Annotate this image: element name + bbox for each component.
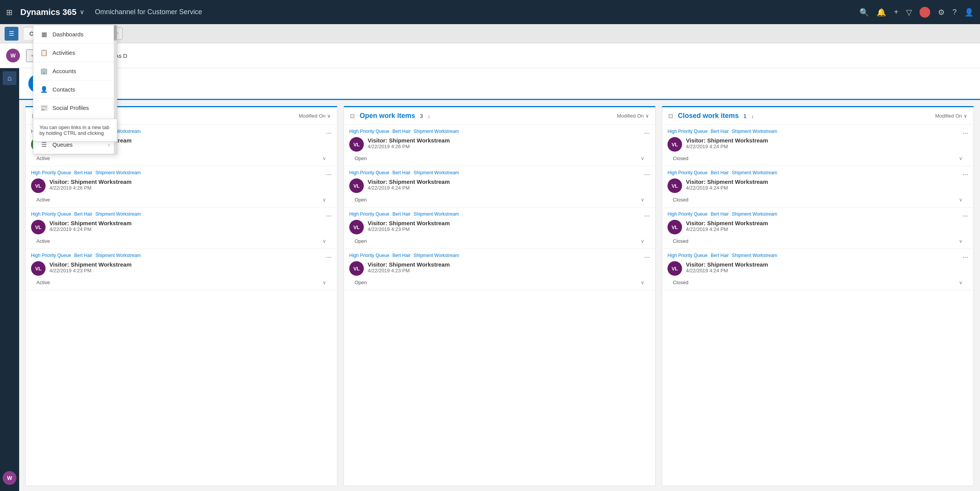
work-item-queue-tag[interactable]: High Priority Queue [668, 211, 708, 217]
work-item-card[interactable]: High Priority Queue Bert Hair Shipment W… [26, 208, 337, 249]
work-item-card[interactable]: High Priority Queue Bert Hair Shipment W… [662, 166, 973, 208]
work-item-card[interactable]: High Priority Queue Bert Hair Shipment W… [662, 249, 973, 290]
work-item-menu-icon[interactable]: ··· [962, 212, 968, 220]
work-item-menu-icon[interactable]: ··· [644, 253, 650, 261]
closed-work-items-count: 1 [743, 113, 746, 119]
expand-icon[interactable]: ∨ [959, 280, 963, 285]
work-item-agent-tag[interactable]: Bert Hair [393, 253, 411, 258]
hamburger-menu-icon[interactable]: ☰ [5, 27, 18, 41]
work-item-menu-icon[interactable]: ··· [326, 170, 332, 178]
work-item-stream-tag[interactable]: Shipment Workstream [95, 211, 141, 217]
work-item-queue-tag[interactable]: High Priority Queue [31, 211, 71, 217]
expand-icon[interactable]: ∨ [641, 280, 645, 285]
work-item-menu-icon[interactable]: ··· [644, 129, 650, 137]
dropdown-item-activities[interactable]: 📋 Activities [33, 44, 117, 62]
work-item-agent-tag[interactable]: Bert Hair [393, 129, 411, 134]
work-item-stream-tag[interactable]: Shipment Workstream [732, 253, 777, 258]
work-item-stream-tag[interactable]: Shipment Workstream [414, 253, 459, 258]
add-icon[interactable]: + [894, 8, 898, 16]
work-item-card[interactable]: High Priority Queue Bert Hair Shipment W… [662, 208, 973, 249]
scrollbar-thumb [114, 25, 117, 41]
expand-icon[interactable]: ∨ [641, 238, 645, 244]
app-title-chevron-icon[interactable]: ∨ [80, 8, 84, 16]
sidebar-item-home[interactable]: ⌂ [3, 71, 16, 85]
work-item-menu-icon[interactable]: ··· [644, 170, 650, 178]
work-item-tags: High Priority Queue Bert Hair Shipment W… [668, 211, 777, 217]
work-item-menu-icon[interactable]: ··· [962, 129, 968, 137]
work-item-card[interactable]: High Priority Queue Bert Hair Shipment W… [344, 125, 655, 166]
profile-icon[interactable]: 👤 [964, 8, 974, 17]
closed-work-items-sort[interactable]: Modified On ∨ [935, 113, 967, 119]
expand-icon[interactable]: ∨ [959, 197, 963, 203]
work-item-card[interactable]: High Priority Queue Bert Hair Shipment W… [26, 249, 337, 290]
closed-work-items-title: Closed work items [678, 112, 739, 120]
work-item-name: Visitor: Shipment Workstream [686, 178, 968, 185]
work-item-menu-icon[interactable]: ··· [326, 253, 332, 261]
work-item-queue-tag[interactable]: High Priority Queue [349, 129, 389, 134]
open-work-items-header: ⊡ Open work items 3 ↓ Modified On ∨ [344, 107, 655, 125]
expand-icon[interactable]: ∨ [959, 155, 963, 161]
work-item-queue-tag[interactable]: High Priority Queue [31, 170, 71, 175]
expand-icon[interactable]: ∨ [959, 238, 963, 244]
open-work-items-title: Open work items [360, 112, 415, 120]
work-item-row: VL Visitor: Shipment Workstream 4/22/201… [31, 261, 332, 276]
expand-icon[interactable]: ∨ [322, 155, 326, 161]
user-avatar[interactable]: W [6, 49, 20, 62]
work-item-menu-icon[interactable]: ··· [962, 170, 968, 178]
open-work-items-sort[interactable]: Modified On ∨ [617, 113, 649, 119]
notification-icon[interactable]: 🔔 [877, 8, 886, 17]
work-item-agent-tag[interactable]: Bert Hair [393, 211, 411, 217]
work-item-queue-tag[interactable]: High Priority Queue [349, 253, 389, 258]
work-item-card[interactable]: High Priority Queue Bert Hair Shipment W… [662, 125, 973, 166]
dropdown-item-accounts[interactable]: 🏢 Accounts [33, 62, 117, 80]
expand-icon[interactable]: ∨ [641, 155, 645, 161]
work-item-stream-tag[interactable]: Shipment Workstream [95, 253, 141, 258]
work-item-card[interactable]: High Priority Queue Bert Hair Shipment W… [344, 166, 655, 208]
work-item-stream-tag[interactable]: Shipment Workstream [414, 170, 459, 175]
work-item-agent-tag[interactable]: Bert Hair [393, 170, 411, 175]
work-item-queue-tag[interactable]: High Priority Queue [668, 170, 708, 175]
dashboards-icon: ▦ [40, 31, 48, 38]
work-item-menu-icon[interactable]: ··· [326, 129, 332, 137]
work-item-stream-tag[interactable]: Shipment Workstream [732, 129, 777, 134]
search-icon[interactable]: 🔍 [859, 8, 869, 17]
work-item-stream-tag[interactable]: Shipment Workstream [95, 170, 141, 175]
work-item-queue-tag[interactable]: High Priority Queue [349, 170, 389, 175]
dropdown-item-dashboards[interactable]: ▦ Dashboards [33, 25, 117, 44]
work-item-agent-tag[interactable]: Bert Hair [74, 211, 92, 217]
work-item-status: Active ∨ [31, 236, 332, 245]
work-item-menu-icon[interactable]: ··· [962, 253, 968, 261]
work-item-agent-tag[interactable]: Bert Hair [74, 253, 92, 258]
work-item-stream-tag[interactable]: Shipment Workstream [414, 211, 459, 217]
work-item-queue-tag[interactable]: High Priority Queue [349, 211, 389, 217]
work-item-agent-tag[interactable]: Bert Hair [74, 170, 92, 175]
work-item-agent-tag[interactable]: Bert Hair [711, 170, 729, 175]
work-item-queue-tag[interactable]: High Priority Queue [668, 129, 708, 134]
work-item-agent-tag[interactable]: Bert Hair [711, 253, 729, 258]
work-item-stream-tag[interactable]: Shipment Workstream [414, 129, 459, 134]
dropdown-item-social-profiles[interactable]: 📰 Social Profiles [33, 99, 117, 117]
expand-icon[interactable]: ∨ [322, 197, 326, 203]
my-work-items-sort[interactable]: Modified On ∨ [299, 113, 331, 119]
grid-icon[interactable]: ⊞ [6, 8, 13, 17]
expand-icon[interactable]: ∨ [641, 197, 645, 203]
work-item-card[interactable]: High Priority Queue Bert Hair Shipment W… [26, 166, 337, 208]
dropdown-item-contacts[interactable]: 👤 Contacts [33, 80, 117, 99]
work-item-menu-icon[interactable]: ··· [326, 212, 332, 220]
expand-icon[interactable]: ∨ [322, 238, 326, 244]
work-item-agent-tag[interactable]: Bert Hair [711, 211, 729, 217]
filter-icon[interactable]: ▽ [906, 8, 912, 17]
settings-icon[interactable]: ⚙ [938, 8, 945, 17]
work-item-queue-tag[interactable]: High Priority Queue [668, 253, 708, 258]
expand-icon[interactable]: ∨ [322, 280, 326, 285]
sidebar-user-avatar[interactable]: W [3, 471, 16, 485]
work-item-card[interactable]: High Priority Queue Bert Hair Shipment W… [344, 208, 655, 249]
work-item-card[interactable]: High Priority Queue Bert Hair Shipment W… [344, 249, 655, 290]
work-item-avatar: VL [349, 178, 364, 193]
work-item-agent-tag[interactable]: Bert Hair [711, 129, 729, 134]
work-item-queue-tag[interactable]: High Priority Queue [31, 253, 71, 258]
work-item-menu-icon[interactable]: ··· [644, 212, 650, 220]
work-item-stream-tag[interactable]: Shipment Workstream [732, 211, 777, 217]
work-item-stream-tag[interactable]: Shipment Workstream [732, 170, 777, 175]
help-icon[interactable]: ? [952, 8, 957, 16]
